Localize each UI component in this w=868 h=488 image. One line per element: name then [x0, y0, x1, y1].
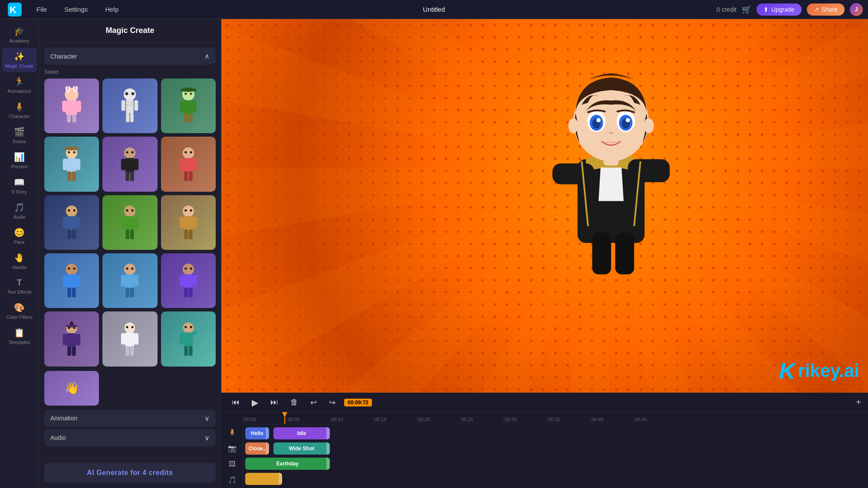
skip-back-button[interactable]: ⏮ [228, 396, 243, 409]
idle-clip[interactable]: Idle [273, 427, 330, 439]
character-card-3[interactable] [161, 79, 216, 133]
skip-forward-button[interactable]: ⏭ [267, 396, 282, 409]
svg-rect-82 [192, 217, 197, 228]
upgrade-button[interactable]: ⬆ Upgrade [756, 3, 802, 16]
sidebar-item-label-audio: Audio [13, 214, 25, 219]
character-figure-11 [102, 253, 157, 308]
settings-menu[interactable]: Settings [56, 0, 96, 19]
add-track-button[interactable]: + [856, 397, 861, 407]
svg-rect-67 [68, 229, 72, 239]
svg-point-103 [190, 268, 192, 270]
hands-icon: 🤚 [14, 252, 25, 263]
ruler-mark-45: 00:45 [634, 417, 677, 422]
character-card-2[interactable] [102, 79, 157, 133]
character-track-row: Hello Idle [243, 426, 868, 440]
character-card-11[interactable] [102, 253, 157, 308]
svg-rect-90 [76, 275, 81, 286]
app-logo[interactable]: K [5, 0, 24, 19]
svg-point-120 [126, 326, 128, 328]
animation-section-header[interactable]: Animation ∨ [44, 410, 216, 427]
user-avatar[interactable]: J [850, 3, 863, 16]
timeline: ⏮ ▶ ⏭ 🗑 ↩ ↪ 00:09:72 + 🧍 📷 🖼 🎵 [221, 393, 868, 488]
sidebar-item-templates[interactable]: 📋 Templates [2, 324, 37, 348]
magic-panel-footer: AI Generate for 4 credits [39, 457, 221, 488]
svg-rect-72 [125, 216, 135, 230]
audio-track-icon[interactable]: 🎵 [221, 472, 243, 488]
svg-point-111 [66, 324, 78, 327]
wideshot-clip[interactable]: Wide Shot [273, 442, 330, 455]
earthday-clip-handle[interactable] [326, 458, 330, 470]
person-track-icon[interactable]: 🧍 [221, 424, 243, 440]
panel-header: Magic Create [39, 19, 221, 43]
sidebar-item-text-effects[interactable]: T Text Effects [2, 274, 37, 298]
svg-point-85 [66, 264, 77, 275]
sidebar-item-audio[interactable]: 🎵 Audio [2, 199, 37, 223]
character-card-14[interactable] [102, 311, 157, 366]
share-button[interactable]: ↗ Share [807, 3, 845, 16]
audio-clip-handle[interactable] [279, 473, 282, 485]
hello-clip[interactable]: Hello [245, 427, 269, 439]
scene-track-icon[interactable]: 🖼 [221, 456, 243, 472]
idle-clip-handle[interactable] [326, 427, 330, 439]
sidebar-item-character[interactable]: 🧍 Character [2, 98, 37, 122]
sidebar-item-color-filters[interactable]: 🎨 Color Filters [2, 299, 37, 323]
svg-rect-116 [76, 334, 81, 345]
svg-point-93 [124, 264, 135, 275]
character-card-15[interactable] [161, 311, 216, 366]
undo-button[interactable]: ↩ [307, 396, 320, 409]
sidebar-item-story[interactable]: 📖 0 Story [2, 174, 37, 198]
sidebar-item-hands[interactable]: 🤚 Hands [2, 249, 37, 273]
character-card-5[interactable] [102, 137, 157, 191]
svg-rect-89 [63, 275, 68, 286]
audio-section-header[interactable]: Audio ∨ [44, 429, 216, 446]
sidebar-item-academy[interactable]: 🎓 Academy [2, 23, 37, 47]
delete-button[interactable]: 🗑 [287, 396, 302, 409]
character-card-16[interactable]: 👋 [44, 371, 99, 406]
svg-point-94 [126, 268, 128, 270]
svg-rect-98 [134, 275, 139, 286]
audio-section-label: Audio [50, 434, 66, 441]
scene-track-row: Earthday [243, 457, 868, 471]
svg-rect-40 [67, 158, 76, 172]
character-card-8[interactable] [102, 195, 157, 250]
sidebar-item-label-magic-create: Magic Create [5, 63, 33, 69]
character-section-header[interactable]: Character ∧ [44, 48, 216, 65]
audio-clip[interactable] [245, 473, 282, 485]
character-card-1[interactable] [44, 79, 99, 133]
character-figure-2 [102, 79, 157, 133]
wideshot-clip-handle[interactable] [326, 442, 330, 455]
play-button[interactable]: ▶ [248, 396, 262, 409]
character-card-12[interactable] [161, 253, 216, 308]
story-icon: 📖 [14, 177, 25, 187]
sidebar-item-magic-create[interactable]: ✨ Magic Create [2, 48, 37, 72]
text-effects-icon: T [16, 278, 22, 288]
character-card-13[interactable] [44, 311, 99, 366]
svg-rect-58 [192, 158, 197, 170]
character-card-6[interactable] [161, 137, 216, 191]
playhead[interactable] [284, 412, 285, 424]
sidebar-item-scene[interactable]: 🎬 Scene [2, 123, 37, 147]
sidebar-item-face[interactable]: 😊 Face [2, 224, 37, 248]
ai-generate-button[interactable]: AI Generate for 4 credits [44, 463, 216, 483]
character-card-9[interactable] [161, 195, 216, 250]
closeup-clip[interactable]: Close.. [245, 442, 269, 455]
character-card-10[interactable] [44, 253, 99, 308]
svg-point-47 [132, 151, 134, 153]
earthday-clip[interactable]: Earthday [245, 458, 330, 470]
redo-button[interactable]: ↪ [326, 396, 339, 409]
character-card-7[interactable] [44, 195, 99, 250]
character-card-4[interactable] [44, 137, 99, 191]
character-section-label: Character [50, 53, 77, 60]
cart-icon[interactable]: 🛒 [742, 5, 751, 14]
sidebar-item-present[interactable]: 📊 Present [2, 148, 37, 173]
help-menu[interactable]: Help [96, 0, 127, 19]
svg-rect-31 [180, 101, 184, 113]
sidebar-item-animations[interactable]: 🏃 Animations [2, 73, 37, 97]
character-figure-6 [161, 137, 216, 191]
closeup-clip-handle[interactable] [266, 442, 269, 455]
hello-clip-handle[interactable] [266, 427, 269, 439]
camera-track-icon[interactable]: 📷 [221, 440, 243, 456]
file-menu[interactable]: File [28, 0, 56, 19]
svg-point-95 [132, 268, 134, 270]
svg-rect-22 [135, 100, 138, 111]
